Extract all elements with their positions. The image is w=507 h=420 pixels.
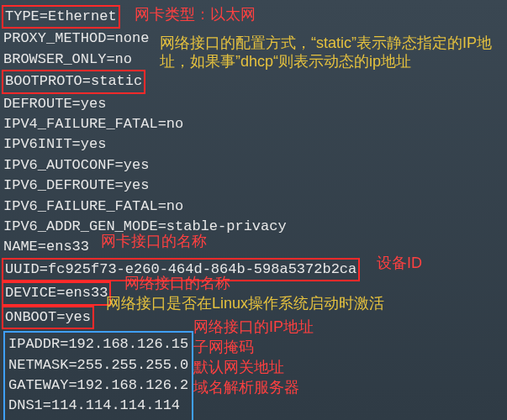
line-ipaddr: IPADDR=192.168.126.15 — [8, 334, 188, 354]
highlight-device: DEVICE=ens33 — [2, 281, 111, 305]
line-netmask: NETMASK=255.255.255.0 — [8, 355, 188, 375]
annotation-name: 网卡接口的名称 — [101, 232, 207, 250]
line-uuid: UUID=fc925f73-e260-464d-864b-598a5372b2c… — [3, 258, 504, 281]
line-bootproto: BOOTPROTO=static — [3, 70, 504, 93]
annotation-bootproto: 网络接口的配置方式，“static”表示静态指定的IP地址，如果事”dhcp“则… — [160, 34, 500, 71]
line-ipv6-autoconf: IPV6_AUTOCONF=yes — [3, 155, 504, 176]
annotation-netmask: 子网掩码 — [193, 338, 254, 356]
highlight-onboot: ONBOOT=yes — [2, 306, 94, 329]
line-ipv4-failure-fatal: IPV4_FAILURE_FATAL=no — [3, 114, 504, 134]
line-dns2: DNS2=8.8.8.8 — [8, 417, 188, 420]
highlight-bootproto: BOOTPROTO=static — [2, 70, 145, 93]
config-file-view: TYPE=Ethernet PROXY_METHOD=none BROWSER_… — [0, 0, 507, 420]
cfg-bootproto: BOOTPROTO=static — [5, 73, 142, 89]
line-ipv6-addr-gen-mode: IPV6_ADDR_GEN_MODE=stable-privacy — [3, 217, 504, 237]
cfg-type: TYPE=Ethernet — [5, 8, 117, 24]
line-defroute: DEFROUTE=yes — [3, 94, 504, 114]
line-name: NAME=ens33 — [3, 237, 504, 257]
cfg-device: DEVICE=ens33 — [5, 285, 108, 301]
annotation-device: 网络接口的名称 — [124, 274, 230, 292]
line-ipv6init: IPV6INIT=yes — [3, 134, 504, 155]
annotation-onboot: 网络接口是否在Linux操作系统启动时激活 — [106, 294, 384, 312]
line-gateway: GATEWAY=192.168.126.2 — [8, 375, 188, 396]
annotation-gateway: 默认网关地址 — [193, 358, 284, 376]
annotation-uuid: 设备ID — [377, 254, 422, 272]
line-dns1: DNS1=114.114.114.114 — [8, 396, 188, 416]
annotation-ipaddr: 网络接口的IP地址 — [193, 318, 314, 336]
line-ipv6-defroute: IPV6_DEFROUTE=yes — [3, 176, 504, 196]
highlight-ip-block: IPADDR=192.168.126.15 NETMASK=255.255.25… — [3, 331, 193, 420]
annotation-dns: 域名解析服务器 — [193, 378, 299, 396]
line-ipv6-failure-fatal: IPV6_FAILURE_FATAL=no — [3, 197, 504, 217]
annotation-type: 网卡类型：以太网 — [135, 5, 256, 24]
highlight-type: TYPE=Ethernet — [2, 5, 120, 29]
cfg-onboot: ONBOOT=yes — [5, 309, 91, 325]
